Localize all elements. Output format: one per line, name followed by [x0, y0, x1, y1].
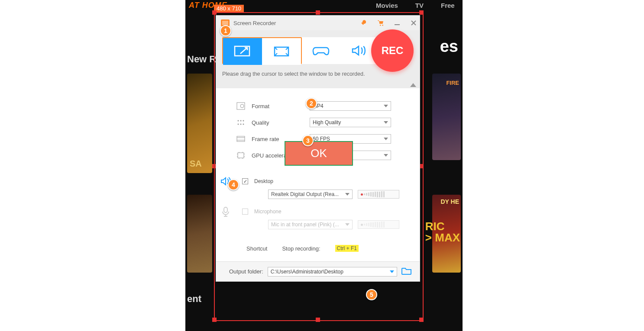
desktop-audio-checkbox[interactable]: ✓: [242, 178, 248, 184]
desktop-audio-label: Desktop: [254, 178, 273, 184]
selection-size-badge: 480 x 710: [214, 5, 244, 12]
svg-point-6: [240, 104, 244, 108]
collapse-toggle[interactable]: [216, 81, 420, 88]
quality-select[interactable]: High Quality: [310, 118, 391, 127]
svg-point-11: [240, 124, 242, 125]
svg-rect-13: [237, 136, 245, 141]
drag-hint-text: Please drag the cursor to select the win…: [222, 71, 414, 77]
svg-rect-5: [237, 103, 245, 109]
mode-fullscreen-button[interactable]: [262, 38, 301, 65]
cart-icon[interactable]: [377, 19, 384, 26]
svg-rect-17: [224, 207, 227, 212]
stop-recording-label: Stop recording:: [282, 245, 320, 252]
microphone-device-select[interactable]: Mic in at front panel (Pink) (...: [268, 220, 353, 229]
titlebar: Screen Recorder: [216, 16, 420, 30]
annotation-badge-5: 5: [366, 289, 377, 300]
poster-right-1: [432, 74, 461, 160]
nav-movies[interactable]: Movies: [376, 2, 398, 12]
mode-custom-region-button[interactable]: [223, 38, 262, 65]
selection-handle[interactable]: [419, 10, 424, 15]
selection-handle[interactable]: [212, 10, 217, 15]
shortcut-label: Shortcut: [246, 245, 267, 252]
format-icon: [236, 102, 246, 110]
microphone-checkbox[interactable]: [242, 209, 248, 215]
svg-rect-2: [395, 24, 400, 25]
chevron-up-icon: [410, 83, 416, 87]
format-label: Format: [252, 103, 304, 109]
selection-handle[interactable]: [316, 10, 320, 15]
svg-point-12: [243, 124, 244, 125]
svg-point-7: [238, 120, 239, 122]
svg-rect-1: [222, 21, 228, 25]
output-bar: Output folder: C:\Users\Administrator\De…: [216, 261, 420, 281]
svg-point-10: [238, 124, 239, 125]
window-title: Screen Recorder: [233, 20, 276, 26]
microphone-icon: [221, 206, 230, 217]
record-button[interactable]: REC: [371, 29, 414, 72]
heading-fragment-right: es: [440, 37, 458, 56]
stop-recording-hotkey: Ctrl + F1: [335, 245, 359, 252]
browse-folder-button[interactable]: [401, 267, 412, 276]
chevron-down-icon: [390, 270, 394, 273]
poster-right-2: [432, 195, 461, 273]
output-folder-label: Output folder:: [229, 268, 263, 275]
audio-panel: ✓ Desktop Realtek Digital Output (Rea...…: [216, 168, 420, 237]
quality-label: Quality: [252, 119, 304, 126]
annotation-badge-3: 3: [302, 135, 314, 146]
mode-game-button[interactable]: [302, 37, 340, 64]
quality-icon: [236, 119, 246, 126]
shortcut-row: Shortcut Stop recording: Ctrl + F1: [216, 237, 420, 261]
microphone-meter: [358, 220, 399, 229]
selection-handle[interactable]: [212, 318, 217, 322]
svg-rect-16: [238, 153, 244, 158]
framerate-icon: [236, 135, 246, 142]
output-folder-input[interactable]: C:\Users\Administrator\Desktop: [268, 267, 397, 276]
annotation-badge-2: 2: [306, 98, 317, 109]
desktop-device-select[interactable]: Realtek Digital Output (Rea...: [268, 190, 353, 199]
annotation-badge-1: 1: [220, 25, 231, 36]
gpu-icon: [236, 151, 246, 159]
selection-handle[interactable]: [419, 318, 424, 322]
selection-handle[interactable]: [316, 318, 320, 322]
format-select[interactable]: MP4: [310, 101, 391, 111]
svg-point-8: [240, 120, 242, 122]
microphone-label: Microphone: [254, 209, 282, 215]
close-button[interactable]: [410, 19, 417, 26]
nav-free[interactable]: Free: [441, 2, 455, 12]
heading-fragment-left-2: ent: [187, 293, 201, 305]
ok-callout-button[interactable]: OK: [285, 141, 353, 166]
svg-point-9: [243, 120, 244, 122]
mode-toolbar: REC Please drag the cursor to select the…: [216, 30, 420, 81]
desktop-audio-meter: [358, 190, 399, 199]
mode-group-region: [222, 37, 302, 64]
minimize-button[interactable]: [394, 19, 401, 26]
annotation-badge-4: 4: [228, 179, 239, 190]
poster-left-1: [187, 74, 212, 173]
svg-rect-4: [275, 47, 288, 56]
key-icon[interactable]: [361, 19, 368, 26]
poster-left-2: [187, 195, 212, 273]
